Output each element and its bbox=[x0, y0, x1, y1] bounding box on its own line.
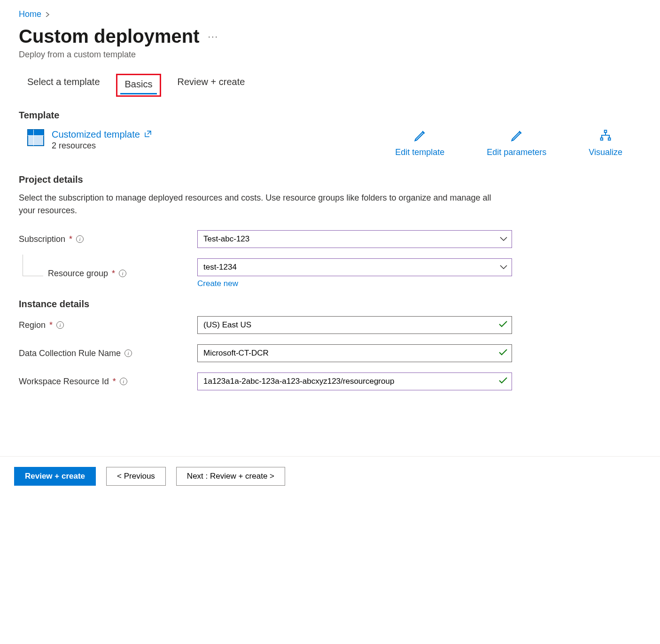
svg-rect-2 bbox=[608, 138, 611, 140]
subscription-label: Subscription bbox=[19, 234, 65, 244]
create-new-link[interactable]: Create new bbox=[197, 279, 238, 288]
template-resource-count: 2 resources bbox=[52, 141, 152, 151]
visualize-button[interactable]: Visualize bbox=[589, 129, 622, 157]
required-icon: * bbox=[113, 377, 116, 387]
region-select[interactable] bbox=[197, 316, 512, 334]
next-button[interactable]: Next : Review + create > bbox=[176, 467, 285, 486]
tab-review-create[interactable]: Review + create bbox=[174, 74, 248, 97]
instance-details-title: Instance details bbox=[19, 299, 641, 310]
customized-template-link[interactable]: Customized template bbox=[52, 129, 152, 140]
workspace-id-input[interactable] bbox=[197, 372, 512, 390]
more-icon[interactable]: ··· bbox=[208, 31, 218, 42]
required-icon: * bbox=[49, 320, 53, 330]
chevron-right-icon bbox=[45, 11, 50, 18]
required-icon: * bbox=[112, 269, 115, 279]
dcr-name-input[interactable] bbox=[197, 344, 512, 362]
tree-line-icon bbox=[23, 255, 43, 276]
footer-bar: Review + create < Previous Next : Review… bbox=[0, 456, 660, 500]
subscription-select[interactable] bbox=[197, 230, 512, 248]
hierarchy-icon bbox=[599, 129, 612, 145]
required-icon: * bbox=[69, 234, 72, 244]
svg-rect-0 bbox=[605, 130, 607, 132]
breadcrumb-home[interactable]: Home bbox=[19, 9, 41, 19]
tabs: Select a template Basics Review + create bbox=[24, 74, 641, 97]
breadcrumb: Home bbox=[19, 9, 641, 19]
info-icon[interactable]: i bbox=[76, 235, 84, 243]
tab-basics[interactable]: Basics bbox=[116, 74, 162, 97]
workspace-id-label: Workspace Resource Id bbox=[19, 377, 109, 387]
pencil-icon bbox=[510, 129, 523, 145]
edit-parameters-button[interactable]: Edit parameters bbox=[487, 129, 546, 157]
edit-template-button[interactable]: Edit template bbox=[395, 129, 444, 157]
region-label: Region bbox=[19, 320, 46, 330]
dcr-name-label: Data Collection Rule Name bbox=[19, 349, 121, 358]
open-external-icon bbox=[144, 129, 152, 140]
info-icon[interactable]: i bbox=[119, 270, 126, 277]
page-title: Custom deployment bbox=[19, 26, 199, 47]
tab-select-template[interactable]: Select a template bbox=[24, 74, 103, 97]
info-icon[interactable]: i bbox=[56, 321, 64, 329]
review-create-button[interactable]: Review + create bbox=[14, 467, 96, 486]
project-details-description: Select the subscription to manage deploy… bbox=[19, 192, 498, 217]
previous-button[interactable]: < Previous bbox=[106, 467, 166, 486]
resource-group-select[interactable] bbox=[197, 258, 512, 276]
info-icon[interactable]: i bbox=[120, 378, 127, 385]
template-icon bbox=[27, 129, 44, 146]
svg-rect-1 bbox=[601, 138, 603, 140]
template-section-label: Template bbox=[19, 110, 641, 121]
pencil-icon bbox=[413, 129, 427, 145]
info-icon[interactable]: i bbox=[124, 349, 132, 357]
page-subtitle: Deploy from a custom template bbox=[19, 50, 641, 60]
project-details-title: Project details bbox=[19, 174, 641, 185]
resource-group-label: Resource group bbox=[48, 269, 108, 279]
